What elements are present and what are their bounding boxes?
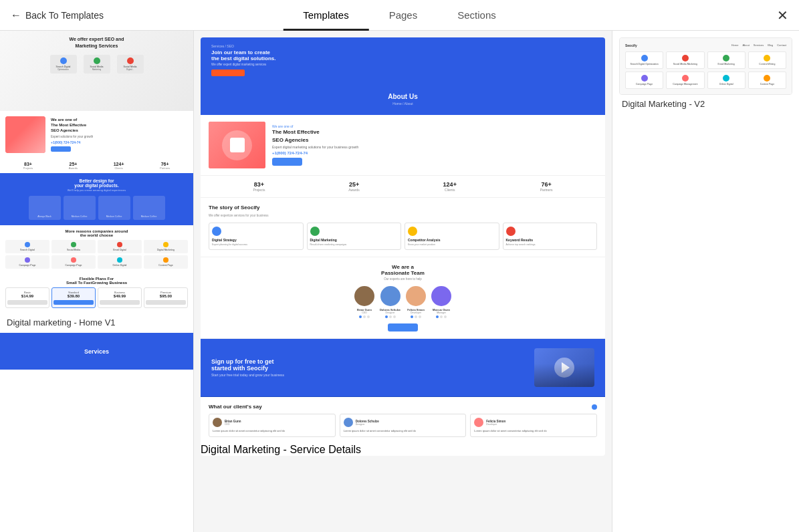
- cs-1: 83+ Projects: [253, 181, 265, 192]
- plans-section-preview: Flexible Plans ForSmall To FastGrowing B…: [0, 273, 193, 312]
- tc-avatar-3: [474, 418, 483, 427]
- avatar-4: [431, 286, 451, 306]
- center-stats-row: 83+ Projects 25+ Awards 124+ Clients 76+…: [201, 176, 605, 198]
- cta-section: Sign up for free to getstarted with Seoc…: [201, 339, 605, 397]
- sv-8: Content Page: [144, 255, 188, 269]
- back-to-templates-button[interactable]: ← Back To Templates: [0, 0, 114, 30]
- service-details-card[interactable]: Services / SEO Join our team to createth…: [201, 37, 605, 456]
- navigation-tabs: Templates Pages Sections: [283, 0, 516, 30]
- main-content: We offer expert SEO andMarketing Service…: [0, 31, 799, 532]
- seo-title: We are one ofThe Most EffectiveSEO Agenc…: [51, 118, 188, 133]
- story-card-2: Digital Marketing Result-driven marketin…: [307, 223, 402, 250]
- seo-image: [5, 116, 45, 153]
- template-card-services[interactable]: Services: [0, 333, 193, 370]
- stat-4: 76+ Partners: [160, 162, 170, 170]
- center-panel: Services / SEO Join our team to createth…: [194, 31, 612, 532]
- v2-item-3: Email Marketing: [707, 51, 746, 69]
- cta-title: Sign up for free to getstarted with Seoc…: [211, 358, 524, 372]
- icon-box-3: Social Media Digital...: [117, 55, 144, 74]
- test-indicator: [592, 404, 597, 410]
- sv-6: Campaign Page: [51, 255, 96, 269]
- blue-section-preview: Better design foryour digital products. …: [0, 173, 193, 225]
- cseo-content: We are one of The Most EffectiveSEO Agen…: [272, 124, 597, 165]
- sd-cta-btn: [211, 70, 245, 76]
- right-panel: Seocify Home About Services Blog Contact: [612, 31, 799, 532]
- left-panel: We offer expert SEO andMarketing Service…: [0, 31, 194, 532]
- seo-content: We are one ofThe Most EffectiveSEO Agenc…: [51, 118, 188, 152]
- v2-item-7: Online Digital: [707, 72, 746, 89]
- sv-1: Search Digital: [5, 240, 49, 253]
- story-sub: We offer expertize services for your bus…: [209, 214, 597, 217]
- service-details-hero: Services / SEO Join our team to createth…: [201, 37, 605, 83]
- home-hero-preview: We offer expert SEO andMarketing Service…: [0, 31, 193, 111]
- about-hero-preview: About Us Home / About: [201, 83, 605, 115]
- tc-avatar-1: [213, 418, 222, 427]
- v2-header: Seocify Home About Services Blog Contact: [625, 43, 786, 47]
- service-details-card-label: Digital Marketing - Service Details: [201, 444, 605, 456]
- story-cards: Digital Strategy Expert planning for dig…: [209, 223, 597, 250]
- cta-photo: [534, 348, 594, 387]
- seo-desc: Expert solutions for your growth: [51, 135, 188, 139]
- sv-2: Social Media: [51, 240, 96, 253]
- tab-templates[interactable]: Templates: [283, 1, 368, 31]
- product-2: Medium Coffee: [64, 196, 96, 220]
- cta-text: Sign up for free to getstarted with Seoc…: [211, 358, 524, 377]
- team-title: We are aPassionate Team: [209, 264, 597, 276]
- tab-pages[interactable]: Pages: [369, 1, 438, 31]
- member-4: Marcus Owen Manager: [431, 286, 451, 318]
- story-card-1: Digital Strategy Expert planning for dig…: [209, 223, 304, 250]
- test-row: Brian Gunn CEO Lorem ipsum dolor sit ame…: [209, 414, 597, 437]
- v2-item-4: Content Writing: [748, 51, 786, 69]
- sv-5: Campaign Page: [5, 255, 49, 269]
- close-icon: ✕: [777, 8, 788, 23]
- template-card-home-v1[interactable]: We offer expert SEO andMarketing Service…: [0, 31, 193, 333]
- sv-4: Digital Marketing: [144, 240, 188, 253]
- services-small-preview: More reasons companies aroundthe world c…: [0, 225, 193, 273]
- cta-sub: Start your free trial today and grow you…: [211, 373, 524, 377]
- story-card-3: Competitor Analysis Know your market pos…: [405, 223, 499, 250]
- v2-services-grid: Search Digital Optimization Social Media…: [625, 51, 786, 89]
- icon-box-2: Social Media Marketing: [84, 55, 110, 74]
- product-1: Always Black: [29, 196, 61, 220]
- v2-item-2: Social Media Marketing: [666, 51, 704, 69]
- stats-row-preview: 83+ Projects 25+ Awards 124+ Clients 76+…: [0, 158, 193, 173]
- story-title: The story of Seocify: [209, 205, 597, 211]
- plan-3: Business $49.99: [98, 287, 142, 308]
- back-arrow-icon: ←: [11, 9, 21, 21]
- plan-4: Premium $95.00: [144, 287, 188, 308]
- close-button[interactable]: ✕: [777, 7, 788, 23]
- right-card-v2[interactable]: Seocify Home About Services Blog Contact: [619, 37, 792, 113]
- stat-2: 25+ Awards: [69, 162, 78, 170]
- sv-7: Online Digital: [98, 255, 142, 269]
- back-label: Back To Templates: [25, 10, 104, 21]
- cs-4: 76+ Partners: [540, 181, 553, 192]
- testimonials-section: What our client's say Brian Gunn CEO Lor…: [201, 397, 605, 444]
- member-3: Felicia Simon Developer: [406, 286, 426, 318]
- right-card-v2-label: Digital Marketing - V2: [619, 95, 792, 113]
- avatar-1: [354, 286, 374, 306]
- plans-row: Basic $14.99 Standard $39.80 Business $4…: [5, 287, 188, 308]
- cseo-cta-btn: [272, 158, 302, 166]
- v2-item-6: Campaign Management: [666, 72, 704, 89]
- team-row: Brian Gunn CEO Dolores Schulze Designer: [209, 286, 597, 318]
- seo-section-preview: We are one ofThe Most EffectiveSEO Agenc…: [0, 111, 193, 158]
- plan-2: Standard $39.80: [51, 287, 96, 308]
- v2-item-1: Search Digital Optimization: [625, 51, 663, 69]
- product-3: Medium Coffee: [98, 196, 130, 220]
- template-label-home-v1: Digital marketing - Home V1: [0, 312, 193, 333]
- stat-1: 83+ Projects: [23, 162, 33, 170]
- tab-sections[interactable]: Sections: [437, 1, 516, 31]
- test-card-3: Felicia Simon Developer Lorem ipsum dolo…: [470, 414, 597, 437]
- v2-item-8: Content Page: [748, 72, 786, 89]
- header: ← Back To Templates Templates Pages Sect…: [0, 0, 799, 31]
- test-title: What our client's say: [209, 404, 262, 410]
- products-row: Always Black Medium Coffee Medium Coffee…: [5, 196, 188, 220]
- cseo-image: [209, 122, 265, 168]
- v2-screenshot: Seocify Home About Services Blog Contact: [619, 37, 792, 95]
- team-section: We are aPassionate Team Our experts are …: [201, 257, 605, 339]
- product-4: Medium Coffee: [133, 196, 165, 220]
- cs-2: 25+ Awards: [348, 181, 360, 192]
- v2-item-5: Campaign Page: [625, 72, 663, 89]
- services-grid: Search Digital Social Media Email Digita…: [5, 240, 188, 269]
- center-seo-section: We are one of The Most EffectiveSEO Agen…: [201, 115, 605, 176]
